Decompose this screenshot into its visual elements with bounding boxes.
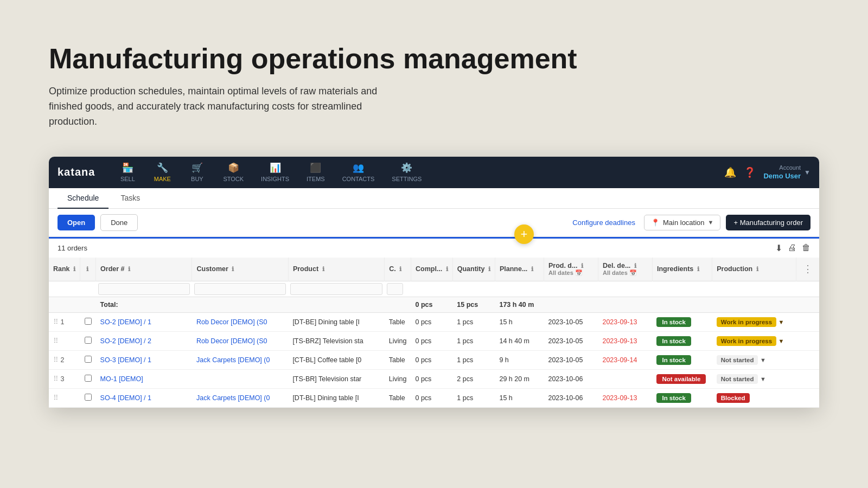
account-label: Account <box>763 164 801 171</box>
row-checkbox[interactable] <box>85 356 92 363</box>
location-filter-button[interactable]: 📍 Main location ▼ <box>644 215 721 230</box>
add-manufacturing-order-button[interactable]: + Manufacturing order <box>726 215 810 230</box>
row-checkbox[interactable] <box>85 394 92 401</box>
app-window: katana 🏪 SELL 🔧 MAKE 🛒 BUY 📦 STOCK 📊 INS… <box>49 157 819 408</box>
total-label: Total: <box>96 297 411 312</box>
th-info-col: ℹ <box>80 258 96 281</box>
rank-number: 3 <box>60 375 64 383</box>
nav-contacts[interactable]: 👥 CONTACTS <box>335 159 382 185</box>
quantity-cell: 2 pcs <box>452 369 495 388</box>
row-checkbox[interactable] <box>85 318 92 325</box>
production-badge: Work in progress <box>717 336 776 346</box>
production-dropdown-icon[interactable]: ▼ <box>778 319 784 325</box>
customer-link[interactable]: Rob Decor [DEMO] (S0 <box>196 318 267 326</box>
orders-bar: 11 orders ⬇ 🖨 🗑 <box>49 239 819 258</box>
order-link[interactable]: MO-1 [DEMO] <box>100 375 143 383</box>
filter-customer[interactable] <box>194 283 286 295</box>
ingredients-badge: Not available <box>656 374 706 384</box>
drag-handle-icon[interactable]: ⠿ <box>53 375 59 383</box>
delete-button[interactable]: 🗑 <box>802 243 810 253</box>
add-button[interactable]: + <box>514 224 534 244</box>
table-row: ⠿ 3 MO-1 [DEMO] [TS-BR] Television star … <box>49 369 819 388</box>
category-cell: Living <box>385 369 411 388</box>
totals-row: Total: 0 pcs 15 pcs 173 h 40 m <box>49 297 819 312</box>
ingredients-badge: In stock <box>656 355 691 365</box>
configure-deadlines-link[interactable]: Configure deadlines <box>572 219 635 227</box>
del-date-cell: 2023-09-13 <box>598 312 652 331</box>
quantity-cell: 1 pcs <box>452 350 495 369</box>
location-chevron-icon: ▼ <box>708 219 714 226</box>
page-title: Manufacturing operations management <box>49 43 819 74</box>
nav-items-menu[interactable]: ⬛ ITEMS <box>299 159 333 185</box>
nav-buy-label: BUY <box>191 176 203 182</box>
nav-stock-label: STOCK <box>223 176 244 182</box>
filter-product[interactable] <box>290 283 382 295</box>
drag-handle-icon[interactable]: ⠿ <box>53 318 59 326</box>
tab-schedule[interactable]: Schedule <box>58 188 108 209</box>
nav-make-label: MAKE <box>154 176 171 182</box>
print-button[interactable]: 🖨 <box>788 243 796 253</box>
nav-contacts-label: CONTACTS <box>342 176 375 182</box>
compl-cell: 0 pcs <box>411 312 452 331</box>
drag-handle-icon[interactable]: ⠿ <box>53 337 59 345</box>
production-dropdown-icon[interactable]: ▼ <box>778 338 784 344</box>
nav-settings[interactable]: ⚙️ SETTINGS <box>384 159 429 185</box>
navbar: katana 🏪 SELL 🔧 MAKE 🛒 BUY 📦 STOCK 📊 INS… <box>49 157 819 188</box>
account-menu[interactable]: Account Demo User ▼ <box>763 164 810 180</box>
filter-order[interactable] <box>98 283 190 295</box>
compl-cell: 0 pcs <box>411 350 452 369</box>
product-cell: [DT-BL] Dining table [I <box>288 388 384 407</box>
drag-handle-icon[interactable]: ⠿ <box>53 394 59 402</box>
help-icon[interactable]: ❓ <box>744 166 756 178</box>
th-production: Production ℹ <box>712 258 796 281</box>
bell-icon[interactable]: 🔔 <box>724 166 736 178</box>
quantity-cell: 1 pcs <box>452 312 495 331</box>
del-date-filter[interactable]: All dates 📅 <box>603 269 648 277</box>
production-dropdown-icon[interactable]: ▼ <box>751 395 757 401</box>
order-link[interactable]: SO-3 [DEMO] / 1 <box>100 356 151 364</box>
sell-icon: 🏪 <box>122 162 133 174</box>
prod-date-cell: 2023-10-06 <box>544 369 598 388</box>
order-link[interactable]: SO-2 [DEMO] / 2 <box>100 337 151 345</box>
planned-cell: 9 h <box>495 350 544 369</box>
order-link[interactable]: SO-4 [DEMO] / 1 <box>100 394 151 402</box>
row-checkbox[interactable] <box>85 337 92 344</box>
nav-sell[interactable]: 🏪 SELL <box>111 159 144 185</box>
download-button[interactable]: ⬇ <box>775 243 782 253</box>
prod-date-filter[interactable]: All dates 📅 <box>548 269 593 277</box>
nav-right: 🔔 ❓ Account Demo User ▼ <box>724 164 810 180</box>
hero-section: Manufacturing operations management Opti… <box>0 0 868 151</box>
production-dropdown-icon[interactable]: ▼ <box>760 357 766 363</box>
total-compl: 0 pcs <box>411 297 452 312</box>
category-cell: Living <box>385 331 411 350</box>
filter-category[interactable] <box>387 283 403 295</box>
nav-items-label: ITEMS <box>307 176 325 182</box>
production-dropdown-icon[interactable]: ▼ <box>760 376 766 382</box>
location-pin-icon: 📍 <box>651 219 660 227</box>
nav-buy[interactable]: 🛒 BUY <box>181 159 213 185</box>
product-cell: [TS-BR] Television star <box>288 369 384 388</box>
nav-insights[interactable]: 📊 INSIGHTS <box>253 159 297 185</box>
table-row: ⠿ SO-4 [DEMO] / 1 Jack Carpets [DEMO] (0… <box>49 388 819 407</box>
done-button[interactable]: Done <box>100 214 138 231</box>
location-label: Main location <box>663 219 705 227</box>
order-link[interactable]: SO-2 [DEMO] / 1 <box>100 318 151 326</box>
compl-cell: 0 pcs <box>411 331 452 350</box>
row-checkbox[interactable] <box>85 375 92 382</box>
customer-link[interactable]: Rob Decor [DEMO] (S0 <box>196 337 267 345</box>
drag-handle-icon[interactable]: ⠿ <box>53 356 59 364</box>
category-cell: Table <box>385 312 411 331</box>
planned-cell: 15 h <box>495 312 544 331</box>
account-name: Demo User <box>763 172 801 181</box>
nav-make[interactable]: 🔧 MAKE <box>146 159 178 185</box>
total-planned: 173 h 40 m <box>495 297 544 312</box>
customer-link[interactable]: Jack Carpets [DEMO] (0 <box>196 356 270 364</box>
more-options-button[interactable]: ⋮ <box>801 263 815 275</box>
settings-icon: ⚙️ <box>401 162 412 174</box>
manufacturing-order-label: + Manufacturing order <box>733 219 803 227</box>
customer-link[interactable]: Jack Carpets [DEMO] (0 <box>196 394 270 402</box>
open-button[interactable]: Open <box>58 215 95 230</box>
tab-tasks[interactable]: Tasks <box>111 188 150 209</box>
production-badge: Work in progress <box>717 317 776 327</box>
nav-stock[interactable]: 📦 STOCK <box>215 159 251 185</box>
